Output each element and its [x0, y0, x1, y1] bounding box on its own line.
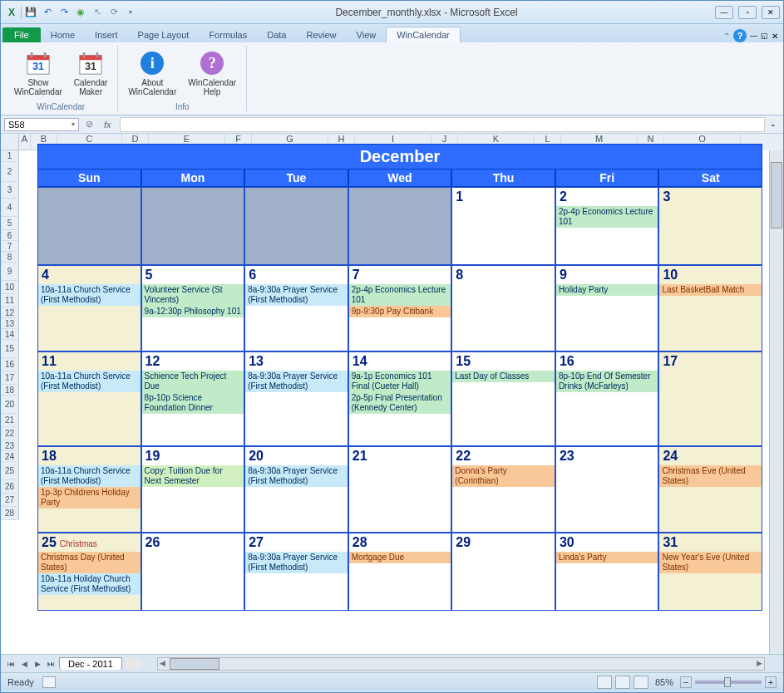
tab-nav-prev-icon[interactable]: ◀	[17, 657, 31, 671]
ribbon-tab-page-layout[interactable]: Page Layout	[128, 27, 200, 42]
cal-event[interactable]: Mortgage Due	[349, 552, 451, 563]
page-break-view-button[interactable]	[634, 676, 648, 689]
cal-cell-20[interactable]: 208a-9:30a Prayer Service (First Methodi…	[244, 446, 348, 533]
cal-cell-29[interactable]: 29	[451, 533, 555, 611]
select-all-corner[interactable]	[1, 134, 19, 150]
row-header-12[interactable]: 12	[1, 307, 19, 318]
cal-cell-19[interactable]: 19Copy: Tuition Due for Next Semester	[141, 446, 245, 533]
ribbon-tab-view[interactable]: View	[347, 27, 387, 42]
row-header-24[interactable]: 24	[1, 451, 19, 462]
redo-icon[interactable]: ↷	[57, 5, 71, 20]
page-layout-view-button[interactable]	[615, 676, 630, 689]
cal-event[interactable]: Last BasketBall Match	[659, 284, 762, 296]
cal-cell-2[interactable]: 22p-4p Economics Lecture 101	[555, 187, 659, 265]
ribbon-tab-home[interactable]: Home	[41, 27, 85, 42]
cal-event[interactable]: 9p-9:30p Pay Citibank	[349, 306, 451, 317]
cal-cell-4[interactable]: 410a-11a Church Service (First Methodist…	[37, 265, 141, 351]
ribbon-tab-review[interactable]: Review	[296, 27, 346, 42]
cal-event[interactable]: 2p-4p Economics Lecture 101	[556, 206, 658, 228]
zoom-level[interactable]: 85%	[655, 677, 673, 687]
file-tab[interactable]: File	[2, 27, 41, 42]
cal-cell-14[interactable]: 149a-1p Economics 101 Final (Cueter Hall…	[348, 351, 452, 446]
cal-cell-12[interactable]: 12Schience Tech Project Due8p-10p Scienc…	[141, 351, 245, 446]
row-header-18[interactable]: 18	[1, 385, 19, 396]
row-header-26[interactable]: 26	[1, 480, 19, 494]
normal-view-button[interactable]	[597, 676, 612, 689]
row-header-22[interactable]: 22	[1, 427, 19, 440]
row-header-10[interactable]: 10	[1, 281, 19, 294]
cal-event[interactable]: 8a-9:30a Prayer Service (First Methodist…	[245, 371, 348, 392]
cal-cell-15[interactable]: 15Last Day of Classes	[451, 351, 555, 446]
help-icon[interactable]: ?	[733, 29, 747, 42]
row-header-14[interactable]: 14	[1, 329, 19, 340]
minimize-button[interactable]: —	[715, 6, 733, 19]
cal-event[interactable]: 8p-10p Science Foundation Dinner	[142, 392, 244, 414]
save-icon[interactable]: 💾	[23, 5, 38, 20]
cal-cell-18[interactable]: 1810a-11a Church Service (First Methodis…	[37, 446, 141, 533]
ribbon-btn-about-wincalendar[interactable]: iAboutWinCalendar	[125, 46, 180, 101]
cal-cell-3[interactable]: 3	[658, 187, 762, 265]
cal-cell-blank[interactable]	[37, 187, 141, 265]
row-header-3[interactable]: 3	[1, 182, 19, 199]
cal-event[interactable]: Linda's Party	[556, 552, 658, 563]
cal-event[interactable]: 8a-9:30a Prayer Service (First Methodist…	[245, 465, 348, 487]
formula-bar[interactable]	[120, 117, 765, 132]
cal-event[interactable]: 2p-5p Final Presentation (Kennedy Center…	[349, 392, 451, 414]
col-header-A[interactable]: A	[19, 134, 31, 150]
row-header-5[interactable]: 5	[1, 217, 19, 230]
cal-cell-27[interactable]: 278a-9:30a Prayer Service (First Methodi…	[244, 533, 348, 611]
fx-icon[interactable]: ⊘	[82, 119, 96, 130]
row-header-7[interactable]: 7	[1, 241, 19, 252]
cal-event[interactable]: 1p-3p Childrens Holiday Party	[38, 487, 141, 509]
cal-cell-6[interactable]: 68a-9:30a Prayer Service (First Methodis…	[244, 265, 348, 351]
cal-cell-10[interactable]: 10Last BasketBall Match	[658, 265, 762, 351]
cal-cell-blank[interactable]	[348, 187, 452, 265]
print-icon[interactable]: ◉	[73, 5, 88, 20]
cal-cell-22[interactable]: 22Donna's Party (Corinthian)	[451, 446, 555, 533]
horizontal-scrollbar[interactable]: ◀ ▶	[157, 657, 765, 671]
cal-event[interactable]: 8a-9:30a Prayer Service (First Methodist…	[245, 284, 348, 306]
cal-cell-16[interactable]: 168p-10p End Of Semester Drinks (McFarle…	[555, 351, 659, 446]
cal-cell-17[interactable]: 17	[658, 351, 762, 446]
cal-cell-9[interactable]: 9Holiday Party	[555, 265, 659, 351]
cal-event[interactable]: Last Day of Classes	[452, 371, 555, 382]
cal-event[interactable]: Christmas Day (United States)	[38, 552, 141, 573]
qat-customize-icon[interactable]: ▾	[123, 5, 138, 20]
cal-cell-1[interactable]: 1	[451, 187, 555, 265]
cal-cell-23[interactable]: 23	[555, 446, 659, 533]
maximize-button[interactable]: ▫	[738, 6, 757, 19]
cal-cell-31[interactable]: 31New Year's Eve (United States)	[658, 533, 762, 611]
wb-minimize-icon[interactable]: —	[750, 32, 757, 40]
tab-nav-first-icon[interactable]: ⏮	[4, 657, 17, 671]
row-header-8[interactable]: 8	[1, 252, 19, 263]
namebox-dropdown-icon[interactable]: ▾	[71, 120, 75, 128]
vertical-scrollbar[interactable]	[769, 150, 783, 654]
zoom-out-button[interactable]: −	[680, 676, 692, 688]
row-header-13[interactable]: 13	[1, 318, 19, 329]
wb-close-icon[interactable]: ✕	[772, 32, 778, 41]
cal-event[interactable]: 8p-10p End Of Semester Drinks (McFarleys…	[556, 371, 658, 392]
cal-cell-5[interactable]: 5Volunteer Service (St Vincents)9a-12:30…	[141, 265, 245, 351]
row-header-4[interactable]: 4	[1, 199, 19, 217]
cal-cell-24[interactable]: 24Christmas Eve (United States)	[658, 446, 762, 533]
cal-event[interactable]: 10a-11a Holiday Church Service (First Me…	[38, 573, 141, 595]
cal-event[interactable]: 2p-4p Economics Lecture 101	[349, 284, 451, 306]
worksheet-grid[interactable]: 1234567891011121314151617182021222324252…	[1, 134, 783, 654]
row-header-23[interactable]: 23	[1, 440, 19, 451]
new-sheet-button[interactable]	[126, 658, 141, 670]
cal-cell-blank[interactable]	[141, 187, 245, 265]
close-button[interactable]: ✕	[762, 6, 780, 19]
cal-cell-11[interactable]: 1110a-11a Church Service (First Methodis…	[37, 351, 141, 446]
cal-event[interactable]: 10a-11a Church Service (First Methodist)	[38, 465, 141, 487]
row-header-11[interactable]: 11	[1, 294, 19, 307]
cal-event[interactable]: 9a-1p Economics 101 Final (Cueter Hall)	[349, 371, 451, 392]
macro-record-icon[interactable]	[42, 676, 56, 688]
name-box[interactable]: S58 ▾	[4, 118, 79, 131]
row-header-17[interactable]: 17	[1, 371, 19, 385]
cal-cell-25[interactable]: 25ChristmasChristmas Day (United States)…	[37, 533, 141, 611]
zoom-slider[interactable]	[695, 681, 762, 684]
cal-event[interactable]: Copy: Tuition Due for Next Semester	[142, 465, 244, 487]
ribbon-btn-calendar-maker[interactable]: 31CalendarMaker	[71, 46, 111, 101]
cal-cell-blank[interactable]	[244, 187, 348, 265]
cal-cell-7[interactable]: 72p-4p Economics Lecture 1019p-9:30p Pay…	[348, 265, 452, 351]
